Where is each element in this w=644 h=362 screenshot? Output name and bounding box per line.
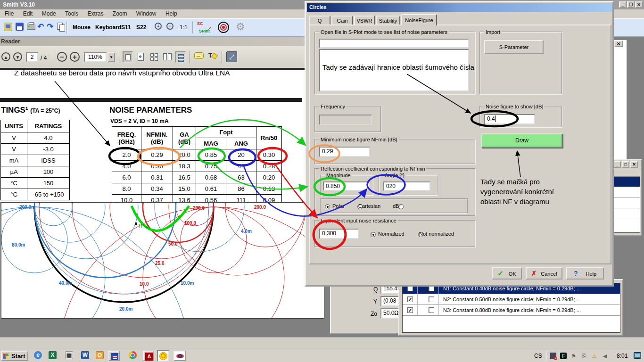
- zoom-level-input[interactable]: 110%: [84, 52, 107, 62]
- multi-page-icon[interactable]: [149, 51, 159, 63]
- menu-help[interactable]: Help: [162, 9, 181, 18]
- normalized-radio-label[interactable]: Normalized: [378, 231, 405, 237]
- highlight-text-icon[interactable]: T: [207, 51, 218, 62]
- smith-chart-panel[interactable]: 200.0m 80.0m 40.0m 20.0m 10.0m 4.0m 200.…: [1, 202, 324, 319]
- ie-icon[interactable]: e: [34, 351, 42, 359]
- cancel-button[interactable]: ✗ Cancel: [526, 267, 562, 280]
- visible-checkbox[interactable]: ✓: [407, 307, 413, 313]
- visible-checkbox[interactable]: ✓: [407, 296, 413, 302]
- menu-edit[interactable]: Edit: [19, 9, 37, 18]
- acrobat-icon[interactable]: A: [143, 351, 154, 361]
- page-number-input[interactable]: 2: [26, 52, 38, 62]
- open-file-icon[interactable]: [4, 23, 12, 31]
- continuous-view-icon[interactable]: [175, 51, 186, 63]
- s11-button[interactable]: S11: [121, 24, 131, 31]
- draw-button[interactable]: Draw: [481, 133, 562, 148]
- page-up-icon[interactable]: ▲: [1, 52, 10, 61]
- settings-gear-icon[interactable]: ⚙: [236, 21, 245, 33]
- not-normalized-radio-label[interactable]: Not normalized: [419, 231, 454, 237]
- dialog-titlebar[interactable]: Circles: [307, 3, 612, 12]
- start-button[interactable]: Start: [1, 351, 28, 361]
- undo-icon[interactable]: ↶: [37, 22, 44, 32]
- cartesian-radio-label[interactable]: Cartesian: [358, 203, 380, 209]
- keyboard-button[interactable]: Keyboard: [95, 24, 121, 31]
- secondary-checkbox[interactable]: [429, 296, 434, 302]
- fullscreen-icon[interactable]: ⤢: [226, 51, 237, 62]
- flag-tray-icon[interactable]: ⚑: [570, 353, 577, 359]
- noise-resistance-input[interactable]: 0.300: [319, 229, 359, 239]
- two-page-icon[interactable]: [162, 51, 173, 63]
- restore-icon[interactable]: ❐: [627, 1, 635, 8]
- minimize-icon[interactable]: _: [619, 1, 627, 8]
- menu-file[interactable]: File: [1, 9, 17, 18]
- noise-file-input[interactable]: [319, 39, 469, 48]
- zoom-in-page-icon[interactable]: +: [70, 52, 80, 62]
- clipboard-tray-icon[interactable]: ⎘: [581, 353, 587, 359]
- normalized-radio[interactable]: [371, 232, 376, 237]
- close-icon[interactable]: ✕: [635, 1, 643, 8]
- hidden-list[interactable]: [613, 169, 640, 233]
- menu-tools[interactable]: Tools: [61, 9, 82, 18]
- s-parameter-button[interactable]: S-Parameter: [484, 40, 544, 54]
- maximize-icon[interactable]: □: [622, 161, 629, 168]
- tab-gain[interactable]: Gain: [331, 16, 353, 25]
- antivirus-tray-icon[interactable]: ✕: [550, 353, 556, 359]
- save-icon[interactable]: [16, 23, 24, 31]
- secondary-checkbox[interactable]: [429, 307, 434, 313]
- zoom-out-icon[interactable]: −: [166, 23, 173, 30]
- db-radio[interactable]: [398, 204, 404, 209]
- magnitude-input[interactable]: 0.850: [323, 181, 370, 191]
- zoom-1-1-button[interactable]: 1:1: [180, 24, 188, 31]
- tab-vswr[interactable]: VSWR: [354, 16, 375, 25]
- sc-spint-icon[interactable]: SC SPInt: [196, 21, 210, 34]
- nfmin-input[interactable]: 0.29: [319, 147, 370, 157]
- ok-button[interactable]: ✓ OK: [492, 267, 522, 280]
- irfanview-icon[interactable]: [173, 351, 186, 361]
- tab-stability[interactable]: Stability: [376, 16, 400, 25]
- outlook-icon[interactable]: O: [96, 351, 104, 359]
- nf-show-input[interactable]: 0.4: [484, 114, 535, 124]
- tab-noisefigure[interactable]: NoiseFigure: [401, 14, 437, 25]
- magnitude-group-label: Magnitude: [325, 172, 352, 179]
- close-icon[interactable]: ✕: [630, 161, 638, 168]
- security-tray-icon[interactable]: F: [560, 353, 567, 359]
- s22-button[interactable]: S22: [136, 24, 146, 31]
- circles-tool-icon[interactable]: [218, 22, 229, 33]
- print-icon[interactable]: [27, 24, 35, 30]
- chrome-icon[interactable]: [129, 351, 137, 359]
- menu-mode[interactable]: Mode: [38, 9, 60, 18]
- list-item[interactable]: ✓ N2: Constant 0.50dB noise figure circl…: [403, 294, 620, 305]
- volume-tray-icon[interactable]: ◀: [602, 353, 608, 359]
- language-indicator[interactable]: CS: [534, 353, 542, 359]
- db-radio-label[interactable]: dB: [393, 203, 399, 209]
- zoom-in-icon[interactable]: +: [155, 23, 162, 30]
- calculator-icon[interactable]: ▦: [65, 351, 73, 359]
- smith-app-icon[interactable]: [157, 350, 169, 362]
- scroll-mode-icon[interactable]: ↔: [123, 51, 133, 63]
- save-tool-icon[interactable]: [108, 351, 120, 361]
- copy-icon[interactable]: [57, 23, 63, 30]
- excel-icon[interactable]: X: [49, 351, 57, 359]
- menu-extras[interactable]: Extras: [83, 9, 107, 18]
- show-desktop-icon[interactable]: [634, 352, 641, 359]
- mouse-button[interactable]: Mouse: [73, 24, 91, 31]
- minimize-icon[interactable]: _: [613, 161, 621, 168]
- clock[interactable]: 8:01: [617, 353, 627, 359]
- zoom-dropdown-arrow-icon[interactable]: ▼: [107, 52, 115, 62]
- page-down-icon[interactable]: ▼: [13, 52, 22, 61]
- warning-tray-icon[interactable]: ⚠: [591, 353, 598, 359]
- polar-radio-label[interactable]: Polar: [332, 203, 345, 209]
- comment-icon[interactable]: [194, 52, 204, 59]
- close-icon[interactable]: ✕: [614, 41, 623, 47]
- zoom-out-page-icon[interactable]: −: [57, 52, 67, 62]
- word-icon[interactable]: W: [81, 351, 89, 359]
- list-item[interactable]: ✓ N3: Constant 0.80dB noise figure circl…: [403, 305, 620, 316]
- tab-q[interactable]: Q: [309, 16, 330, 25]
- menu-window[interactable]: Window: [132, 9, 160, 18]
- angle-input[interactable]: 020: [383, 181, 430, 191]
- help-button[interactable]: ? Help: [566, 267, 604, 280]
- menu-zoom[interactable]: Zoom: [109, 9, 131, 18]
- redo-icon[interactable]: ↷: [47, 22, 53, 32]
- polar-radio[interactable]: [325, 204, 330, 209]
- fit-page-icon[interactable]: ✥: [136, 51, 146, 63]
